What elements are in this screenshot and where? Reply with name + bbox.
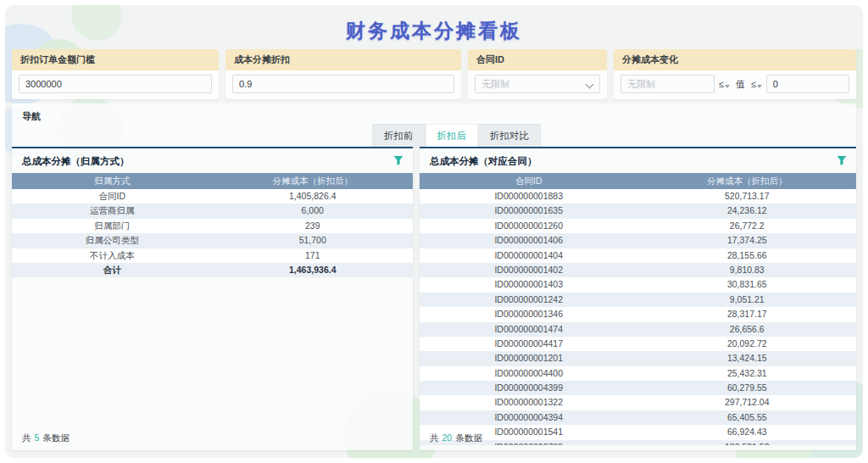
- operator-select-1[interactable]: ≤: [718, 79, 731, 89]
- table-cell: 1,463,936.4: [213, 263, 414, 277]
- table-row[interactable]: ID00000000126026,772.2: [420, 219, 856, 233]
- table-cell: ID000000004417: [420, 337, 638, 351]
- page-title: 财务成本分摊看板: [5, 5, 863, 49]
- table-row[interactable]: 合同ID1,405,826.4: [12, 189, 413, 204]
- tab-折扣后[interactable]: 折扣后: [426, 124, 479, 147]
- table-cell: 9,051.21: [638, 293, 857, 307]
- filter-funnel-icon[interactable]: [836, 154, 848, 166]
- table-cell: 239: [213, 219, 414, 233]
- contract-id-select[interactable]: 无限制: [475, 75, 600, 93]
- table-row[interactable]: ID00000000140428,155.66: [420, 248, 856, 263]
- table-body: ID000000001883520,713.17ID00000000163524…: [420, 189, 856, 445]
- table-row[interactable]: ID00000000140330,831.65: [420, 277, 856, 292]
- operator-label: ≤: [751, 79, 756, 89]
- tab-折扣前[interactable]: 折扣前: [372, 124, 426, 147]
- table-row[interactable]: ID0000000014029,810.83: [420, 263, 856, 277]
- table-cell: 20,092.72: [638, 337, 857, 351]
- table-cell: 60,279.55: [638, 381, 857, 395]
- table-row[interactable]: 运营商归属6,000: [12, 204, 413, 218]
- table-cell: 13,424.15: [638, 351, 857, 365]
- filter-card-threshold: 折扣订单金额门槛: [12, 49, 219, 99]
- table-row[interactable]: ID000000000739180,521.52: [420, 440, 856, 445]
- filter-label: 成本分摊折扣: [225, 49, 461, 70]
- table-cell: 28,155.66: [638, 248, 857, 263]
- table-row[interactable]: ID00000000147426,656.6: [420, 322, 856, 337]
- table-row[interactable]: ID00000000440025,432.31: [420, 366, 856, 381]
- table-cell: 1,405,826.4: [213, 189, 414, 204]
- discount-input[interactable]: [232, 75, 454, 93]
- count-suffix: 条数据: [42, 432, 70, 443]
- table-cell: ID000000004400: [420, 366, 638, 381]
- tab-折扣对比[interactable]: 折扣对比: [478, 124, 541, 147]
- table-row[interactable]: 归属部门239: [12, 219, 413, 233]
- filter-card-discount: 成本分摊折扣: [225, 49, 461, 99]
- filter-label: 合同ID: [468, 49, 607, 70]
- table-cell: 运营商归属: [12, 204, 213, 218]
- column-header: 合同ID: [420, 173, 638, 189]
- panel-attribution: 总成本分摊（归属方式） 归属方式分摊成本（折扣后） 合同ID1,405,826.…: [12, 147, 413, 450]
- threshold-input[interactable]: [19, 75, 212, 93]
- table-row[interactable]: ID000000001883520,713.17: [420, 189, 856, 204]
- attribution-table: 归属方式分摊成本（折扣后） 合同ID1,405,826.4运营商归属6,000归…: [12, 173, 413, 277]
- table-row[interactable]: ID00000000134628,317.17: [420, 307, 856, 321]
- table-cell: 171: [213, 248, 414, 263]
- range-value-label: 值: [734, 78, 747, 91]
- table-cell: ID000000001201: [420, 351, 638, 365]
- table-row[interactable]: 归属公司类型51,700: [12, 233, 413, 248]
- table-row[interactable]: ID00000000439465,405.55: [420, 410, 856, 425]
- table-cell: ID000000001346: [420, 307, 638, 321]
- table-header-row: 归属方式分摊成本（折扣后）: [12, 173, 413, 189]
- table-header-row: 合同ID分摊成本（折扣后）: [420, 173, 856, 189]
- navigation-label: 导航: [12, 103, 856, 123]
- table-cell: 26,772.2: [638, 219, 857, 233]
- table-cell: ID000000001322: [420, 395, 638, 410]
- filter-card-cost-change: 分摊成本变化 ≤ 值 ≤: [614, 49, 856, 99]
- count-number: 5: [31, 432, 43, 443]
- table-cell: 65,405.55: [638, 410, 857, 425]
- table-row[interactable]: ID00000000163524,236.12: [420, 204, 856, 218]
- table-cell: 归属公司类型: [12, 233, 213, 248]
- cost-change-min-input[interactable]: [620, 75, 715, 93]
- record-count: 共5条数据: [22, 432, 70, 444]
- panel-title: 总成本分摊（对应合同）: [420, 148, 856, 173]
- column-header: 归属方式: [12, 173, 213, 189]
- table-cell: ID000000001635: [420, 204, 638, 218]
- caret-down-icon: [725, 85, 730, 88]
- filter-label: 折扣订单金额门槛: [12, 49, 219, 70]
- table-row[interactable]: ID00000000441720,092.72: [420, 337, 856, 351]
- table-cell: ID000000001402: [420, 263, 638, 277]
- table-row[interactable]: ID00000000154166,924.43: [420, 425, 856, 439]
- operator-label: ≤: [719, 79, 724, 89]
- table-row[interactable]: ID00000000439960,279.55: [420, 381, 856, 395]
- column-header: 分摊成本（折扣后）: [213, 173, 414, 189]
- filter-label: 分摊成本变化: [614, 49, 856, 70]
- table-row[interactable]: ID0000000012429,051.21: [420, 293, 856, 307]
- table-cell: ID000000001406: [420, 233, 638, 248]
- table-cell: ID000000001474: [420, 322, 638, 337]
- filter-funnel-icon[interactable]: [392, 154, 404, 166]
- table-cell: ID000000004394: [420, 410, 638, 425]
- cost-change-max-input[interactable]: [766, 75, 849, 93]
- count-suffix: 条数据: [455, 432, 482, 443]
- table-row[interactable]: ID00000000140617,374.25: [420, 233, 856, 248]
- dashboard-canvas: 财务成本分摊看板 折扣订单金额门槛 成本分摊折扣 合同ID 无限制 分摊成本: [5, 5, 863, 458]
- navigation-panel: 导航 折扣前折扣后折扣对比: [12, 103, 856, 147]
- table-cell: 26,656.6: [638, 322, 857, 337]
- table-cell: 17,374.25: [638, 233, 857, 248]
- table-cell: 180,521.52: [638, 440, 857, 445]
- table-cell: 51,700: [213, 233, 414, 248]
- panel-contracts: 总成本分摊（对应合同） 合同ID分摊成本（折扣后） ID000000001883…: [420, 147, 856, 450]
- column-header: 分摊成本（折扣后）: [638, 173, 857, 189]
- panel-title: 总成本分摊（归属方式）: [12, 148, 413, 173]
- table-row[interactable]: 不计入成本171: [12, 248, 413, 263]
- table-cell: 25,432.31: [638, 366, 857, 381]
- table-row[interactable]: 合计1,463,936.4: [12, 263, 413, 277]
- filter-card-contract-id: 合同ID 无限制: [468, 49, 607, 99]
- table-cell: 66,924.43: [638, 425, 857, 439]
- operator-select-2[interactable]: ≤: [750, 79, 763, 89]
- panels-row: 总成本分摊（归属方式） 归属方式分摊成本（折扣后） 合同ID1,405,826.…: [5, 147, 863, 450]
- table-row[interactable]: ID000000001322297,712.04: [420, 395, 856, 410]
- select-placeholder: 无限制: [481, 78, 509, 91]
- table-cell: 30,831.65: [638, 277, 857, 292]
- table-row[interactable]: ID00000000120113,424.15: [420, 351, 856, 365]
